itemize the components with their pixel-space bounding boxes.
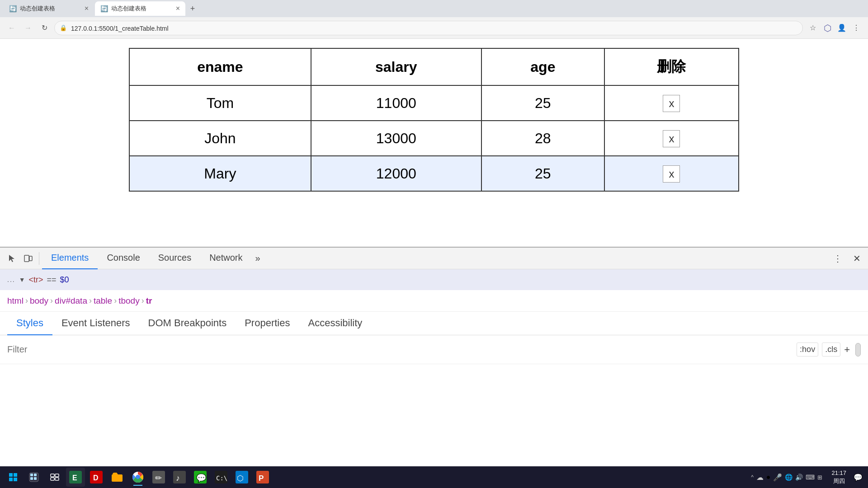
task-view-button[interactable] [45, 468, 64, 487]
svg-point-21 [136, 475, 140, 479]
header-delete: 删除 [604, 48, 739, 85]
tab1-favicon: 🔄 [9, 5, 16, 12]
taskbar-app-wechat[interactable]: 💬 [191, 468, 210, 487]
cell-salary: 13000 [311, 121, 481, 156]
forward-button[interactable]: → [22, 22, 34, 34]
svg-rect-4 [9, 478, 13, 481]
table-row: Tom1100025x [129, 85, 739, 121]
header-age: age [481, 48, 604, 85]
cell-age: 28 [481, 121, 604, 156]
lower-tab-styles[interactable]: Styles [7, 312, 52, 335]
tray-chrome-small[interactable]: ● [766, 473, 771, 481]
taskbar-app-vscode[interactable]: ⬡ [232, 468, 251, 487]
browser-tab-2[interactable]: 🔄 动态创建表格 × [95, 1, 185, 16]
breadcrumb-sep4: › [114, 296, 117, 305]
devtools-panel: Elements Console Sources Network » ⋮ ✕ .… [0, 247, 868, 488]
tray-arrow[interactable]: ^ [751, 474, 754, 480]
notification-center[interactable]: 💬 [852, 473, 864, 482]
svg-rect-7 [30, 474, 33, 476]
breadcrumb-table[interactable]: table [94, 296, 112, 306]
breadcrumb-body[interactable]: body [30, 296, 48, 306]
devtools-close-icon[interactable]: ✕ [849, 251, 864, 266]
svg-text:D: D [93, 474, 99, 482]
address-input-wrapper[interactable]: 🔒 127.0.0.1:5500/1_createTable.html [54, 21, 803, 35]
cls-button[interactable]: .cls [822, 343, 840, 357]
breadcrumb-div[interactable]: div#data [55, 296, 87, 306]
start-button[interactable] [4, 468, 23, 487]
delete-button[interactable]: x [663, 95, 680, 112]
devtools-more-tabs[interactable]: » [252, 253, 264, 263]
selection-dots: ... [7, 276, 15, 283]
selection-bar: ... ▼ <tr> == $0 [0, 269, 868, 290]
lower-tabs: Styles Event Listeners DOM Breakpoints P… [0, 312, 868, 335]
filter-area: :hov .cls + [0, 335, 868, 364]
tray-mic[interactable]: 🎤 [773, 473, 782, 482]
lower-tab-event-listeners[interactable]: Event Listeners [52, 312, 139, 335]
tray-icons: ^ ☁ ● 🎤 🌐 🔊 ⌨ ⊞ [747, 473, 826, 482]
taskbar-app-pen[interactable]: ✏ [149, 468, 168, 487]
tray-volume[interactable]: 🔊 [795, 474, 803, 481]
breadcrumb-sep2: › [50, 296, 53, 305]
breadcrumb-tr[interactable]: tr [146, 296, 152, 306]
taskbar-time-display[interactable]: 21:17 周四 [828, 469, 850, 485]
taskbar-app-excel[interactable]: E [66, 468, 85, 487]
profile-icon[interactable]: 👤 [835, 22, 848, 34]
svg-text:♪: ♪ [176, 474, 180, 483]
svg-text:⬡: ⬡ [237, 474, 244, 483]
breadcrumb-sep5: › [142, 296, 144, 305]
devtools-tab-console[interactable]: Console [98, 248, 149, 269]
taskbar-app-terminal[interactable]: C:\ [212, 468, 231, 487]
browser-tab-1[interactable]: 🔄 动态创建表格 × [4, 1, 94, 16]
delete-button[interactable]: x [663, 165, 680, 183]
lower-tab-properties[interactable]: Properties [236, 312, 299, 335]
devtools-tab-sources[interactable]: Sources [149, 248, 200, 269]
selection-arrow: ▼ [19, 276, 25, 283]
search-button[interactable] [24, 468, 43, 487]
lower-tab-dom-breakpoints[interactable]: DOM Breakpoints [139, 312, 236, 335]
bookmark-icon[interactable]: ☆ [807, 22, 819, 34]
taskbar-app-ppt[interactable]: P [253, 468, 272, 487]
filter-actions: :hov .cls + [797, 343, 850, 357]
devtools-options-icon[interactable]: ⋮ [830, 251, 846, 266]
taskbar-app-music[interactable]: ♪ [170, 468, 189, 487]
svg-text:P: P [259, 474, 264, 483]
devtools-tab-elements[interactable]: Elements [42, 248, 98, 269]
delete-button[interactable]: x [663, 130, 680, 147]
svg-rect-13 [51, 478, 54, 480]
extension-icon[interactable]: ⬡ [821, 22, 834, 34]
lower-tab-accessibility[interactable]: Accessibility [299, 312, 371, 335]
breadcrumb-tbody[interactable]: tbody [118, 296, 139, 306]
new-tab-button[interactable]: + [186, 2, 199, 15]
reload-button[interactable]: ↻ [38, 22, 51, 34]
tab1-close[interactable]: × [85, 5, 89, 12]
add-style-button[interactable]: + [844, 344, 850, 356]
hov-button[interactable]: :hov [797, 343, 818, 357]
tab2-close[interactable]: × [176, 5, 180, 12]
devtools-cursor-icon[interactable] [4, 250, 20, 267]
address-bar: ← → ↻ 🔒 127.0.0.1:5500/1_createTable.htm… [0, 17, 868, 39]
header-salary: salary [311, 48, 481, 85]
taskbar-app-files[interactable] [108, 468, 127, 487]
tray-network[interactable]: 🌐 [785, 474, 793, 481]
tab2-title: 动态创建表格 [111, 5, 172, 13]
tray-keyboard[interactable]: ⌨ [806, 474, 815, 481]
taskbar-app-chrome[interactable] [128, 468, 147, 487]
svg-rect-1 [29, 256, 32, 261]
address-text[interactable]: 127.0.0.1:5500/1_createTable.html [54, 21, 803, 35]
table-row: Mary1200025x [129, 156, 739, 191]
menu-icon[interactable]: ⋮ [850, 22, 863, 34]
taskbar-app-word[interactable]: D [87, 468, 106, 487]
back-button[interactable]: ← [5, 22, 18, 34]
devtools-device-icon[interactable] [20, 250, 36, 267]
devtools-tab-network[interactable]: Network [200, 248, 251, 269]
breadcrumb-html[interactable]: html [7, 296, 24, 306]
filter-input[interactable] [7, 341, 791, 358]
svg-rect-11 [51, 474, 54, 477]
devtools-tab-bar: Elements Console Sources Network » ⋮ ✕ [0, 248, 868, 269]
tray-more-icons[interactable]: ⊞ [817, 474, 822, 481]
cell-age: 25 [481, 156, 604, 191]
page-content: ename salary age 删除 Tom1100025xJohn13000… [0, 39, 868, 247]
clock-time: 21:17 [831, 469, 846, 477]
tray-cloud[interactable]: ☁ [756, 473, 764, 482]
cell-salary: 11000 [311, 85, 481, 121]
